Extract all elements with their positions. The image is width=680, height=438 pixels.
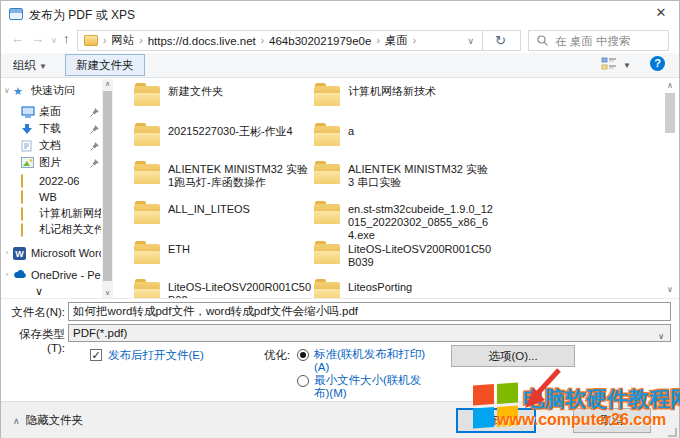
optimize-minimum-label[interactable]: 最小文件大小(联机发布)(M) (314, 374, 436, 400)
breadcrumb: › 网站 › https://d.docs.live.net › 464b302… (77, 30, 521, 51)
file-item[interactable]: ALIENTEK MINISTM32 实验3 串口实验 (314, 163, 494, 189)
app-window-icon (9, 8, 23, 20)
forward-icon[interactable]: → (31, 31, 44, 46)
folder-icon (314, 244, 340, 264)
pictures-icon (21, 157, 35, 169)
collapse-chevron-icon[interactable]: › (1, 248, 13, 257)
folder-icon (134, 244, 160, 264)
title-bar: 发布为 PDF 或 XPS ✕ (1, 1, 679, 28)
views-icon (601, 57, 617, 71)
file-item-label: LiteOS-LiteOSV200R001C50B039 (348, 243, 494, 269)
filename-label: 文件名(N): (3, 305, 65, 320)
sidebar-item-computer-network[interactable]: 计算机新网络 (21, 206, 101, 221)
breadcrumb-dropdown-icon[interactable]: ∨ (467, 36, 474, 46)
scroll-down-icon[interactable]: ∨ (102, 289, 113, 297)
file-item-label: 新建文件夹 (168, 85, 314, 98)
publish-options: ✓ 发布后打开文件(E) 优化: 标准(联机发布和打印)(A) 最小文件大小(联… (1, 344, 679, 401)
file-item[interactable]: LiteosPorting (314, 281, 494, 294)
file-item[interactable]: ALIENTEK MINISTM32 实验1跑马灯-库函数操作 (134, 163, 314, 189)
file-item[interactable]: en.st-stm32cubeide_1.9.0_12015_20220302_… (314, 203, 494, 242)
sidebar-item-documents[interactable]: 文档 (21, 138, 61, 153)
file-item-label: 计算机网络新技术 (348, 85, 494, 98)
file-item-label: 20215227030-王彬-作业4 (168, 125, 314, 138)
resize-grip[interactable] (668, 428, 677, 437)
filelist-scrollbar[interactable]: ∧ ∨ (663, 79, 677, 298)
dialog-title: 发布为 PDF 或 XPS (29, 7, 135, 24)
file-item[interactable]: LiteOS-LiteOSV200R001C50B02 (134, 281, 314, 298)
navigation-pane: ∨ ★ 快速访问 桌面 下载 文档 图片 2022-06 WB (1, 79, 101, 298)
history-dropdown-icon[interactable]: ∨ (51, 36, 57, 45)
close-icon[interactable]: ✕ (649, 3, 673, 23)
sidebar-item-microsoft-word[interactable]: › W Microsoft Word (1, 245, 101, 260)
file-item[interactable]: ETH (134, 243, 314, 256)
file-fields: 文件名(N): 保存类型(T): PDF(*.pdf)∨ (1, 298, 679, 344)
sidebar-item-wb[interactable]: WB (21, 189, 57, 204)
sidebar-scrollbar[interactable]: ∧ ∨ (102, 79, 113, 298)
cancel-button[interactable]: 取消 (573, 408, 651, 433)
expand-chevron-icon[interactable]: ∨ (1, 86, 13, 95)
scrollbar-thumb[interactable] (103, 91, 112, 281)
file-item[interactable]: a (314, 125, 494, 138)
options-button[interactable]: 选项(O)... (451, 345, 575, 367)
organize-button[interactable]: 组织▼ (13, 58, 47, 73)
sidebar-item-desktop[interactable]: 桌面 (21, 104, 61, 119)
scrollbar-thumb[interactable] (665, 93, 675, 133)
filetype-select[interactable]: PDF(*.pdf)∨ (68, 324, 671, 342)
breadcrumb-segment-id[interactable]: 464b302021979e0e (269, 31, 371, 50)
folder-icon (21, 191, 35, 203)
search-input[interactable] (555, 32, 665, 49)
scroll-up-icon[interactable]: ∧ (102, 80, 113, 88)
refresh-icon[interactable]: ↻ (482, 31, 518, 50)
folder-icon (21, 224, 35, 236)
svg-text:W: W (15, 249, 24, 259)
optimize-minimum-radio[interactable] (297, 375, 309, 387)
file-item[interactable]: 新建文件夹 (134, 85, 314, 98)
breadcrumb-segment-website[interactable]: 网站 (111, 31, 134, 50)
file-item[interactable]: 计算机网络新技术 (314, 85, 494, 98)
file-item[interactable]: ALL_IN_LITEOS (134, 203, 314, 216)
sidebar-item-2022-06[interactable]: 2022-06 (21, 173, 79, 188)
file-list: 新建文件夹 计算机网络新技术 20215227030-王彬-作业4 a ALIE… (121, 79, 661, 298)
up-icon[interactable]: ↑ (63, 31, 70, 46)
breadcrumb-folder-icon (84, 35, 98, 46)
pin-icon (89, 123, 99, 137)
sidebar-item-onedrive[interactable]: › OneDrive - Perso (1, 267, 101, 282)
collapse-chevron-icon[interactable]: › (1, 270, 13, 279)
breadcrumb-separator: › (256, 35, 269, 46)
optimize-standard-radio[interactable] (297, 349, 309, 361)
views-caret-icon: ▼ (623, 61, 631, 70)
scroll-up-icon[interactable]: ∧ (663, 81, 677, 90)
sidebar-item-pictures[interactable]: 图片 (21, 155, 61, 170)
file-item[interactable]: LiteOS-LiteOSV200R001C50B039 (314, 243, 494, 269)
chevron-down-icon: ∨ (658, 329, 664, 345)
folder-icon (314, 86, 340, 106)
pin-icon (89, 140, 99, 154)
open-after-publish-checkbox[interactable]: ✓ (90, 349, 102, 361)
folder-icon (21, 208, 35, 220)
sidebar-item-notes-files[interactable]: 札记相关文件 (21, 222, 101, 237)
open-after-publish-label[interactable]: 发布后打开文件(E) (108, 348, 204, 363)
folder-icon (134, 126, 160, 146)
publish-button[interactable]: 发布(S) (456, 408, 536, 433)
back-icon[interactable]: ← (11, 31, 24, 46)
filename-input[interactable] (68, 302, 671, 321)
sidebar-item-downloads[interactable]: 下载 (21, 121, 61, 136)
breadcrumb-segment-host[interactable]: https://d.docs.live.net (148, 31, 256, 50)
help-icon[interactable]: ? (650, 56, 665, 71)
file-item-label: ALL_IN_LITEOS (168, 203, 314, 216)
optimize-label: 优化: (264, 348, 290, 363)
dialog-footer: ∧隐藏文件夹 发布(S) 取消 (1, 401, 679, 438)
new-folder-button[interactable]: 新建文件夹 (65, 54, 145, 76)
scroll-down-icon[interactable]: ∨ (663, 285, 677, 294)
hide-folders-button[interactable]: ∧隐藏文件夹 (13, 413, 83, 428)
breadcrumb-separator: › (371, 35, 384, 46)
breadcrumb-segment-desktop[interactable]: 桌面 (385, 31, 408, 50)
views-button[interactable]: ▼ (601, 57, 631, 73)
breadcrumb-separator: › (134, 35, 147, 46)
sidebar-item-quick-access[interactable]: ∨ ★ 快速访问 (1, 83, 75, 98)
word-icon: W (13, 247, 27, 259)
file-item[interactable]: 20215227030-王彬-作业4 (134, 125, 314, 138)
navigation-bar: ← → ∨ ↑ › 网站 › https://d.docs.live.net ›… (1, 28, 679, 53)
sidebar-more-chevron-icon[interactable]: ∨ (35, 284, 43, 298)
optimize-standard-label[interactable]: 标准(联机发布和打印)(A) (314, 348, 436, 374)
